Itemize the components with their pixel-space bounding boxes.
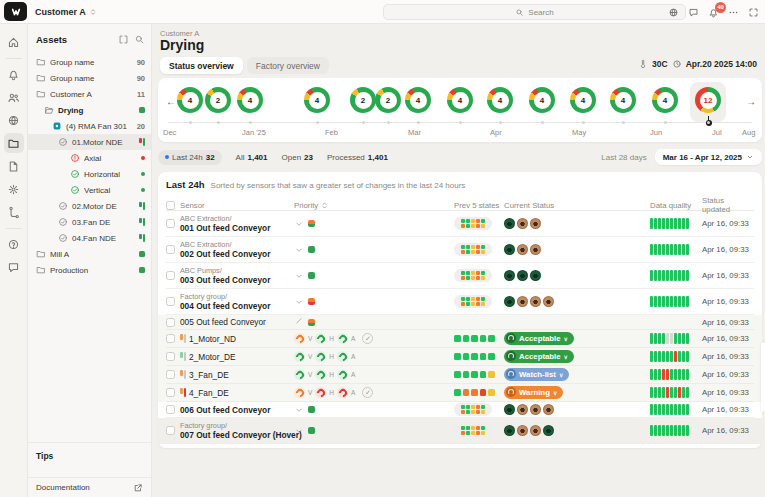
- status-pill-watchlist[interactable]: Watch-list∨: [504, 368, 569, 381]
- tree-item-drying[interactable]: Drying: [28, 102, 151, 118]
- sensor-row-005-out-feed-conveyor[interactable]: 005 Out feed ConveyorApr 16, 09:33: [166, 315, 754, 330]
- scrollbar[interactable]: [761, 342, 765, 412]
- sensor-row-006-out-feed-conveyor[interactable]: 006 Out feed ConveyorApr 16, 09:33: [166, 402, 754, 418]
- expand-button[interactable]: [748, 7, 759, 18]
- timeline-ring[interactable]: 4: [177, 87, 203, 113]
- prev-states-pill[interactable]: [454, 295, 492, 308]
- timeline-ring[interactable]: 4: [610, 87, 636, 113]
- rail-item-feedback[interactable]: [4, 257, 24, 277]
- prev-states-pill[interactable]: [454, 217, 492, 230]
- column-header-priority[interactable]: Priority: [294, 201, 454, 210]
- chevron-down-icon[interactable]: [294, 297, 304, 307]
- sensor-row-3-fan-de[interactable]: 3_Fan_DEVHAWatch-list∨Apr 16, 09:33: [166, 366, 754, 384]
- rail-item-documents[interactable]: [4, 156, 24, 176]
- more-button[interactable]: [728, 7, 739, 18]
- status-pill-acceptable[interactable]: Acceptable∨: [504, 332, 574, 345]
- row-checkbox[interactable]: [166, 388, 175, 397]
- notifications-button[interactable]: 40: [708, 7, 719, 18]
- date-range-picker[interactable]: Mar 16 - Apr 12, 2025: [655, 149, 762, 165]
- tree-item-04-fan-nde[interactable]: 04.Fan NDE: [28, 230, 151, 246]
- select-all-checkbox[interactable]: [166, 201, 175, 210]
- row-checkbox[interactable]: [166, 318, 175, 327]
- timeline-ring[interactable]: 4: [304, 87, 330, 113]
- app-logo[interactable]: [4, 2, 27, 21]
- chat-button[interactable]: [688, 7, 699, 18]
- chevron-down-icon[interactable]: [294, 219, 304, 229]
- timeline-ring[interactable]: 2: [375, 87, 401, 113]
- tree-item-vertical[interactable]: Vertical: [28, 182, 151, 198]
- timeline-ring[interactable]: 4: [652, 87, 678, 113]
- row-checkbox[interactable]: [166, 426, 175, 435]
- row-checkbox[interactable]: [166, 352, 175, 361]
- sensor-row-002-out-feed-conveyor[interactable]: ABC Extraction/002 Out feed ConveyorApr …: [166, 237, 754, 263]
- sensor-row-004-out-feed-conveyor[interactable]: Factory group/004 Out feed ConveyorApr 1…: [166, 289, 754, 315]
- tree-item-02-motor-de[interactable]: 02.Motor DE: [28, 198, 151, 214]
- rail-item-network[interactable]: [4, 110, 24, 130]
- chevron-down-icon[interactable]: [294, 245, 304, 255]
- timeline-ring[interactable]: 4: [570, 87, 596, 113]
- tips-section[interactable]: Tips: [28, 442, 151, 461]
- chevron-down-icon[interactable]: [294, 405, 304, 415]
- language-button[interactable]: [668, 7, 679, 18]
- tree-item-group-name[interactable]: Group name90: [28, 70, 151, 86]
- prev-states-pill[interactable]: [454, 424, 492, 437]
- timeline-prev-button[interactable]: ←: [166, 96, 176, 107]
- timeline-next-button[interactable]: →: [746, 96, 756, 107]
- sensor-row-007-out-feed-conveyor-hover-[interactable]: Factory group/007 Out feed Conveyor (Hov…: [166, 418, 754, 444]
- rail-item-settings[interactable]: [4, 179, 24, 199]
- rail-item-assets[interactable]: [4, 133, 24, 153]
- status-pill-acceptable[interactable]: Acceptable∨: [504, 350, 574, 363]
- row-checkbox[interactable]: [166, 370, 175, 379]
- tree-item-group-name[interactable]: Group name90: [28, 54, 151, 70]
- tree-item-03-fan-de[interactable]: 03.Fan DE: [28, 214, 151, 230]
- tree-item-axial[interactable]: Axial: [28, 150, 151, 166]
- row-checkbox[interactable]: [166, 271, 175, 280]
- sensor-row-003-out-feed-conveyor[interactable]: ABC Pumps/003 Out feed ConveyorApr 16, 0…: [166, 263, 754, 289]
- chevron-down-icon[interactable]: [294, 426, 304, 436]
- filter-last-24h[interactable]: Last 24h32: [158, 150, 222, 165]
- timeline-ring[interactable]: 4: [487, 87, 513, 113]
- prev-states-pill[interactable]: [454, 269, 492, 282]
- rail-item-home[interactable]: [4, 32, 24, 52]
- chevron-up-icon[interactable]: [294, 317, 304, 327]
- rail-item-help[interactable]: [4, 234, 24, 254]
- prev-states-pill[interactable]: [454, 243, 492, 256]
- row-checkbox[interactable]: [166, 245, 175, 254]
- tree-item--4-rma-fan-301[interactable]: (4) RMA Fan 30120: [28, 118, 151, 134]
- row-checkbox[interactable]: [166, 334, 175, 343]
- filter-processed[interactable]: Processed1,401: [327, 150, 388, 165]
- row-checkbox[interactable]: [166, 297, 175, 306]
- sensor-row-4-fan-de[interactable]: 4_Fan_DEVHA✓Warning∨Apr 16, 09:33: [166, 384, 754, 402]
- tree-item-customer-a[interactable]: Customer A11: [28, 86, 151, 102]
- tree-item-horizontal[interactable]: Horizontal: [28, 166, 151, 182]
- tree-item-mill-a[interactable]: Mill A: [28, 246, 151, 262]
- rail-item-integrations[interactable]: [4, 202, 24, 222]
- org-switcher[interactable]: Customer A: [35, 7, 97, 17]
- search-input[interactable]: Search: [383, 4, 686, 20]
- sort-icon[interactable]: [320, 201, 329, 210]
- prev-states-pill[interactable]: [454, 403, 492, 416]
- tree-search-button[interactable]: [134, 34, 145, 45]
- rail-item-notifications[interactable]: [4, 64, 24, 84]
- documentation-link[interactable]: Documentation: [28, 477, 151, 497]
- collapse-tree-button[interactable]: [118, 34, 129, 45]
- tab-status-overview[interactable]: Status overview: [160, 57, 243, 74]
- sensor-row-2-motor-de[interactable]: 2_Motor_DEVHAAcceptable∨Apr 16, 09:33: [166, 348, 754, 366]
- acknowledge-check-icon[interactable]: ✓: [362, 387, 373, 398]
- timeline-ring[interactable]: 4: [237, 87, 263, 113]
- filter-open[interactable]: Open23: [282, 150, 313, 165]
- timeline-ring[interactable]: 4: [529, 87, 555, 113]
- tab-factory-overview[interactable]: Factory overview: [247, 57, 329, 74]
- rail-item-members[interactable]: [4, 87, 24, 107]
- tree-item-production[interactable]: Production: [28, 262, 151, 278]
- chevron-down-icon[interactable]: [294, 271, 304, 281]
- timeline-ring[interactable]: 4: [405, 87, 431, 113]
- timeline-ring[interactable]: 12: [695, 87, 721, 113]
- timeline-ring[interactable]: 2: [205, 87, 231, 113]
- tree-item-01-motor-nde[interactable]: 01.Motor NDE: [28, 134, 151, 150]
- acknowledge-check-icon[interactable]: ✓: [362, 333, 373, 344]
- row-checkbox[interactable]: [166, 219, 175, 228]
- row-checkbox[interactable]: [166, 405, 175, 414]
- sensor-row-001-out-feed-conveyor[interactable]: ABC Extraction/001 Out feed ConveyorApr …: [166, 211, 754, 237]
- timeline-ring[interactable]: 4: [447, 87, 473, 113]
